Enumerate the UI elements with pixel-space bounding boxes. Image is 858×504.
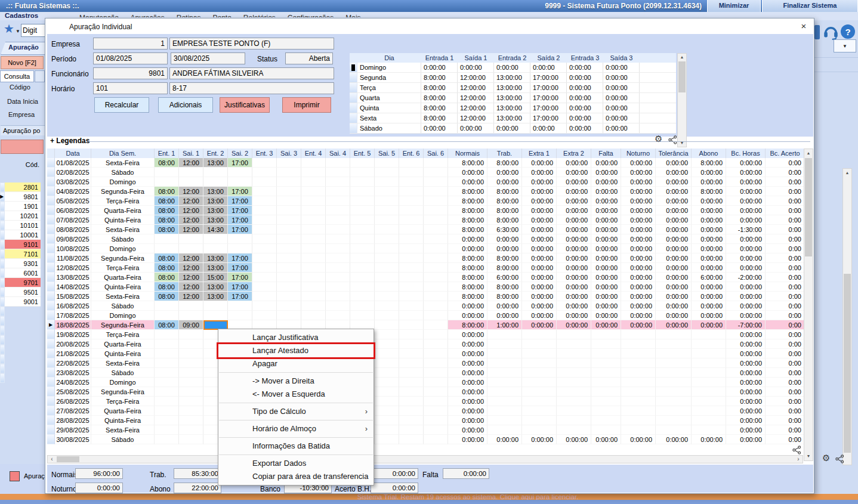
punch-cell[interactable] (252, 225, 277, 234)
punch-cell[interactable] (375, 187, 399, 196)
grid-row[interactable]: 27/08/2025Quarta-Feira0:00:000:00:000:00 (47, 406, 805, 416)
punch-cell[interactable] (375, 225, 399, 234)
value-cell[interactable]: 8:00:00 (448, 273, 487, 282)
value-cell[interactable] (656, 339, 692, 349)
value-cell[interactable]: 8:00:00 (487, 196, 522, 206)
punch-cell[interactable] (375, 168, 399, 177)
grid-header-Normais[interactable]: Normais (448, 149, 487, 158)
value-cell[interactable]: 0:00:00 (656, 177, 692, 187)
periodo-to-field[interactable]: 30/08/2025 (171, 52, 245, 64)
row-selector[interactable] (0, 316, 5, 326)
punch-cell[interactable] (203, 311, 228, 320)
punch-cell[interactable]: 09:00 (179, 320, 203, 330)
grid-header-Bc. Horas[interactable]: Bc. Horas (726, 149, 766, 158)
code-row[interactable]: 10001 (0, 230, 42, 240)
value-cell[interactable]: 0:00:00 (448, 387, 487, 397)
punch-cell[interactable] (301, 234, 326, 244)
punch-cell[interactable] (424, 349, 448, 358)
punch-cell[interactable] (277, 301, 301, 311)
row-selector[interactable] (47, 339, 55, 349)
value-cell[interactable]: 0:00 (766, 330, 805, 339)
value-cell[interactable]: 0:00 (766, 225, 805, 234)
value-cell[interactable]: 0:00:00 (591, 234, 621, 244)
punch-cell[interactable] (326, 206, 350, 215)
weekday-cell[interactable]: Segunda-Feira (91, 320, 155, 330)
date-cell[interactable]: 20/08/2025 (55, 339, 91, 349)
value-cell[interactable]: 0:00:00 (726, 397, 766, 406)
punch-cell[interactable] (375, 196, 399, 206)
punch-cell[interactable] (350, 225, 375, 234)
punch-cell[interactable] (424, 225, 448, 234)
grid-row[interactable]: 29/08/2025Sexta-Feira0:00:000:00:000:00 (47, 425, 805, 435)
weekday-cell[interactable]: Domingo (91, 177, 155, 187)
value-cell[interactable]: 8:00:00 (448, 215, 487, 225)
value-cell[interactable]: 0:00:00 (487, 435, 522, 444)
punch-cell[interactable] (399, 244, 424, 253)
punch-cell[interactable] (424, 320, 448, 330)
punch-cell[interactable] (375, 215, 399, 225)
recalcular-button[interactable]: Recalcular (94, 97, 149, 113)
grid-header-Ent. 5[interactable]: Ent. 5 (350, 149, 375, 158)
date-cell[interactable]: 01/08/2025 (55, 158, 91, 168)
punch-cell[interactable] (326, 292, 350, 301)
value-cell[interactable]: 0:00:00 (656, 187, 692, 196)
punch-cell[interactable]: 08:00 (155, 320, 179, 330)
weekday-cell[interactable]: Terça-Feira (91, 397, 155, 406)
value-cell[interactable]: 8:00:00 (448, 225, 487, 234)
weekday-cell[interactable]: Terça-Feira (91, 263, 155, 273)
row-selector[interactable] (47, 196, 55, 206)
date-cell[interactable]: 21/08/2025 (55, 349, 91, 358)
value-cell[interactable]: 0:00:00 (726, 349, 766, 358)
punch-cell[interactable] (350, 282, 375, 292)
value-cell[interactable]: 0:00:00 (726, 282, 766, 292)
punch-cell[interactable]: 12:00 (179, 196, 203, 206)
value-cell[interactable] (487, 349, 522, 358)
punch-cell[interactable] (375, 301, 399, 311)
date-cell[interactable]: 15/08/2025 (55, 292, 91, 301)
punch-cell[interactable] (399, 425, 424, 435)
value-cell[interactable]: 8:00:00 (448, 196, 487, 206)
value-cell[interactable]: 0:00 (766, 158, 805, 168)
date-cell[interactable]: 09/08/2025 (55, 234, 91, 244)
row-selector[interactable] (47, 158, 55, 168)
value-cell[interactable]: 0:00 (766, 368, 805, 378)
weekday-cell[interactable]: Quarta-Feira (91, 273, 155, 282)
value-cell[interactable]: 0:00 (766, 177, 805, 187)
value-cell[interactable] (487, 378, 522, 387)
value-cell[interactable] (692, 330, 726, 339)
weekday-cell[interactable]: Domingo (91, 378, 155, 387)
punch-cell[interactable]: 13:00 (203, 263, 228, 273)
value-cell[interactable]: 0:00:00 (692, 215, 726, 225)
punch-cell[interactable] (252, 215, 277, 225)
empresa-name-field[interactable]: EMPRESA TESTE PONTO (F) (169, 38, 334, 50)
value-cell[interactable] (557, 330, 591, 339)
row-selector[interactable] (47, 387, 55, 397)
punch-cell[interactable]: 08:00 (155, 187, 179, 196)
punch-cell[interactable] (252, 282, 277, 292)
value-cell[interactable]: 0:00:00 (726, 330, 766, 339)
punch-cell[interactable] (326, 215, 350, 225)
row-selector[interactable] (350, 113, 357, 123)
value-cell[interactable] (656, 416, 692, 425)
punch-cell[interactable] (203, 244, 228, 253)
punch-cell[interactable] (252, 273, 277, 282)
value-cell[interactable]: -1:30:00 (726, 225, 766, 234)
scroll-up-icon[interactable]: ▲ (843, 169, 851, 177)
punch-cell[interactable]: 13:00 (203, 253, 228, 263)
value-cell[interactable]: 0:00:00 (522, 215, 557, 225)
grid-row[interactable]: 16/08/2025Sábado0:00:000:00:000:00:000:0… (47, 301, 805, 311)
punch-cell[interactable] (179, 397, 203, 406)
punch-cell[interactable] (424, 206, 448, 215)
row-selector[interactable] (47, 416, 55, 425)
punch-cell[interactable] (203, 301, 228, 311)
punch-cell[interactable] (326, 234, 350, 244)
code-row[interactable]: 2801 (0, 183, 42, 192)
date-cell[interactable]: 03/08/2025 (55, 177, 91, 187)
punch-cell[interactable] (203, 168, 228, 177)
grid-header-Sai. 1[interactable]: Sai. 1 (179, 149, 203, 158)
punch-cell[interactable] (179, 378, 203, 387)
value-cell[interactable] (692, 406, 726, 416)
code-row[interactable]: 9101 (0, 240, 42, 249)
grid-header-Ent. 1[interactable]: Ent. 1 (155, 149, 179, 158)
value-cell[interactable]: 0:00:00 (448, 168, 487, 177)
